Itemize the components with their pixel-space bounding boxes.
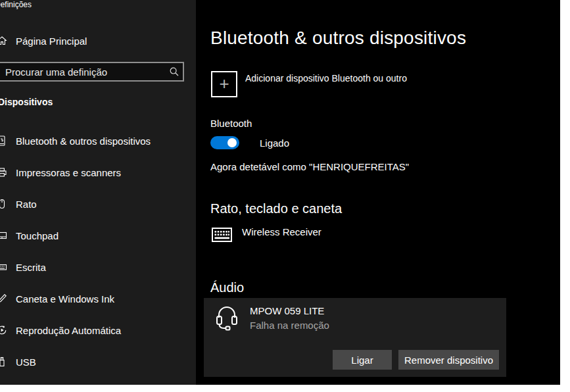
sidebar-section-heading: Dispositivos [0, 97, 53, 107]
discoverable-text: Agora detetável como "HENRIQUEFREITAS" [210, 161, 409, 172]
main-content: Bluetooth & outros dispositivos + Adicio… [196, 0, 560, 385]
headset-icon [214, 305, 239, 332]
bluetooth-toggle-state: Ligado [260, 137, 289, 149]
add-device-button[interactable]: + [211, 71, 237, 97]
sidebar-item-autoplay[interactable]: Reprodução Automática [0, 317, 196, 343]
sidebar-item-usb[interactable]: USB [0, 349, 196, 375]
audio-device-panel[interactable]: MPOW 059 LITE Falha na remoção Ligar Rem… [204, 298, 506, 377]
typing-icon [0, 262, 7, 272]
sidebar-item-touchpad[interactable]: Touchpad [0, 222, 196, 249]
sidebar-item-label: Rato [16, 199, 37, 210]
autoplay-icon [0, 325, 7, 335]
page-title: Bluetooth & outros dispositivos [210, 28, 466, 49]
sidebar: Definições Página Principal Dispositivos… [0, 0, 196, 385]
sidebar-item-pen[interactable]: Caneta e Windows Ink [0, 285, 196, 312]
bluetooth-devices-icon [0, 135, 7, 146]
sidebar-item-typing[interactable]: Escrita [0, 254, 196, 280]
home-icon [0, 36, 7, 46]
settings-search-box [0, 62, 184, 82]
sidebar-item-label: Escrita [16, 262, 46, 273]
sidebar-item-bluetooth[interactable]: Bluetooth & outros dispositivos [0, 128, 196, 154]
sidebar-item-mouse[interactable]: Rato [0, 191, 196, 217]
printer-icon [0, 167, 7, 178]
search-icon[interactable] [166, 63, 183, 80]
audio-device-status: Falha na remoção [250, 320, 329, 331]
sidebar-item-label: Reprodução Automática [16, 325, 121, 336]
sidebar-item-label: USB [16, 356, 36, 368]
sidebar-item-home[interactable]: Página Principal [0, 28, 196, 54]
connect-button[interactable]: Ligar [333, 350, 392, 370]
bluetooth-toggle[interactable] [210, 136, 239, 149]
search-input[interactable] [0, 66, 166, 78]
plus-icon: + [219, 75, 229, 92]
sidebar-item-label: Impressoras e scanners [16, 167, 121, 178]
usb-icon [0, 356, 7, 367]
sidebar-item-printers[interactable]: Impressoras e scanners [0, 159, 196, 185]
pen-icon [0, 293, 7, 304]
add-device-label[interactable]: Adicionar dispositivo Bluetooth ou outro [245, 73, 407, 84]
section-heading-audio: Áudio [210, 280, 244, 295]
touchpad-icon [0, 230, 7, 241]
screenshot-stage: Definições Página Principal Dispositivos… [0, 0, 570, 392]
mouse-icon [0, 199, 7, 209]
section-heading-mouse-keyboard-pen: Rato, teclado e caneta [210, 201, 342, 216]
sidebar-item-label: Caneta e Windows Ink [16, 293, 114, 305]
device-wireless-receiver[interactable]: Wireless Receiver [242, 226, 321, 237]
sidebar-item-label: Bluetooth & outros dispositivos [16, 135, 151, 147]
window-title: Definições [0, 0, 32, 9]
remove-device-button[interactable]: Remover dispositivo [398, 350, 499, 370]
bluetooth-toggle-label: Bluetooth [210, 118, 252, 129]
sidebar-item-label: Página Principal [16, 36, 87, 47]
keyboard-icon [212, 228, 232, 242]
sidebar-item-label: Touchpad [16, 230, 59, 241]
toggle-knob [227, 138, 237, 147]
settings-window: Definições Página Principal Dispositivos… [0, 0, 560, 385]
audio-device-name: MPOW 059 LITE [250, 305, 324, 316]
